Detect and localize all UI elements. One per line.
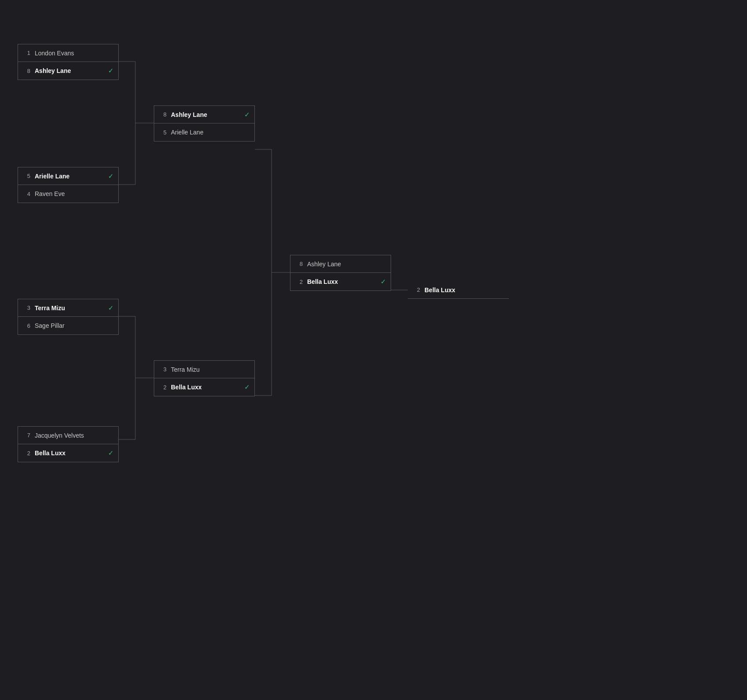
r3-match1: 8 Ashley Lane 2 Bella Luxx ✓ (290, 255, 391, 291)
r2m1-p2: 5 Arielle Lane (154, 123, 254, 141)
r1m3-p1: 3 Terra Mizu ✓ (18, 299, 118, 317)
player-name: Terra Mizu (171, 366, 250, 373)
player-name: Arielle Lane (171, 129, 250, 136)
r1m2-p1: 5 Arielle Lane ✓ (18, 167, 118, 185)
seed: 2 (412, 287, 420, 293)
player-name: Jacquelyn Velvets (35, 432, 114, 439)
r1m1-p1: 1 London Evans (18, 44, 118, 62)
r1-match3: 3 Terra Mizu ✓ 6 Sage Pillar (18, 299, 119, 335)
r1m3-p2: 6 Sage Pillar (18, 317, 118, 334)
winner-check-icon: ✓ (108, 67, 114, 75)
r1-match2: 5 Arielle Lane ✓ 4 Raven Eve (18, 167, 119, 203)
player-name: Bella Luxx (171, 384, 241, 391)
seed: 5 (159, 129, 167, 136)
r1-match1: 1 London Evans 8 Ashley Lane ✓ (18, 44, 119, 80)
r2m2-p1: 3 Terra Mizu (154, 361, 254, 378)
player-name: Bella Luxx (307, 278, 377, 285)
r1m4-p1: 7 Jacquelyn Velvets (18, 427, 118, 444)
r1m1-p2: 8 Ashley Lane ✓ (18, 62, 118, 80)
winner-check-icon: ✓ (244, 111, 250, 119)
r1-match4: 7 Jacquelyn Velvets 2 Bella Luxx ✓ (18, 426, 119, 462)
player-name: Sage Pillar (35, 322, 114, 329)
player-name: Ashley Lane (35, 67, 105, 74)
r2-match1: 8 Ashley Lane ✓ 5 Arielle Lane (154, 105, 255, 141)
r3m1-p2: 2 Bella Luxx ✓ (290, 273, 391, 290)
seed: 8 (295, 261, 303, 267)
r1m4-p2: 2 Bella Luxx ✓ (18, 444, 118, 462)
seed: 6 (22, 323, 30, 329)
winner-check-icon: ✓ (108, 172, 114, 180)
seed: 2 (22, 450, 30, 457)
r1m2-p2: 4 Raven Eve (18, 185, 118, 203)
winner-check-icon: ✓ (108, 449, 114, 457)
seed: 8 (22, 68, 30, 74)
seed: 4 (22, 191, 30, 197)
seed: 2 (159, 384, 167, 391)
seed: 8 (159, 111, 167, 118)
bracket-container: 1 London Evans 8 Ashley Lane ✓ 5 Arielle… (18, 18, 501, 633)
player-name: Bella Luxx (35, 450, 105, 457)
player-name: Bella Luxx (424, 287, 504, 294)
winner-check-icon: ✓ (108, 304, 114, 312)
player-name: Raven Eve (35, 190, 114, 197)
r3m1-p1: 8 Ashley Lane (290, 255, 391, 273)
seed: 3 (159, 366, 167, 373)
seed: 2 (295, 279, 303, 285)
player-name: Terra Mizu (35, 305, 105, 312)
seed: 1 (22, 50, 30, 56)
seed: 7 (22, 432, 30, 439)
r2m1-p1: 8 Ashley Lane ✓ (154, 106, 254, 123)
final-winner: 2 Bella Luxx (408, 281, 509, 299)
winner-check-icon: ✓ (244, 383, 250, 391)
seed: 5 (22, 173, 30, 179)
seed: 3 (22, 305, 30, 311)
winner-check-icon: ✓ (381, 278, 386, 286)
player-name: London Evans (35, 50, 114, 57)
player-name: Arielle Lane (35, 173, 105, 180)
player-name: Ashley Lane (171, 111, 241, 118)
r2-match2: 3 Terra Mizu 2 Bella Luxx ✓ (154, 360, 255, 396)
r2m2-p2: 2 Bella Luxx ✓ (154, 378, 254, 396)
player-name: Ashley Lane (307, 261, 386, 268)
